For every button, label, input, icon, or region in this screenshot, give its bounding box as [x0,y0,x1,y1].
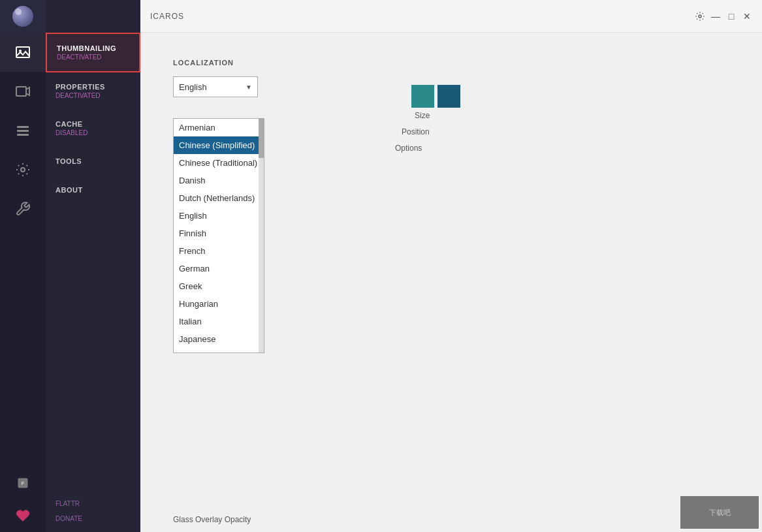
app-logo [0,0,46,33]
form-item-options: Options [395,144,422,153]
logo-circle-icon [12,6,33,27]
glass-overlay-section: Glass Overlay Opacity Dark 10 % Light 50… [173,515,729,532]
lang-german[interactable]: German [174,260,264,277]
close-button[interactable]: ✕ [742,11,752,22]
lang-chinese-traditional[interactable]: Chinese (Traditional) [174,154,264,172]
nav-cache-subtitle: DISABLED [56,129,131,136]
svg-text:F: F [22,480,25,486]
sidebar-item-cache[interactable] [0,111,46,150]
settings-button[interactable] [695,11,705,22]
lang-english[interactable]: English [174,207,264,225]
watermark-text: 下载吧 [709,508,731,518]
svg-rect-0 [16,47,29,57]
sidebar-donate[interactable] [0,499,46,532]
maximize-button[interactable]: □ [726,11,737,22]
nav-item-cache[interactable]: CACHE DISABLED [46,110,140,147]
nav-donate-label[interactable]: DONATE [56,515,131,522]
nav-thumbnailing-subtitle: DEACTIVATED [57,54,129,61]
nav-properties-subtitle: DEACTIVATED [56,92,131,99]
title-bar: ICAROS — □ ✕ [140,0,762,33]
sidebar-item-about[interactable] [0,189,46,228]
dropdown-arrow-icon: ▼ [246,84,252,91]
nav-item-properties[interactable]: PROPERTIES DEACTIVATED [46,72,140,110]
gear-icon [15,162,31,178]
sidebar-bottom: F [0,467,46,532]
color-swatch-darkblue[interactable] [437,85,460,108]
svg-point-7 [21,168,25,172]
wrench-icon [15,201,31,217]
nav-about-title: ABOUT [56,186,131,194]
dropdown-selected-value: English [179,82,207,92]
dropdown-scrollthumb [259,119,264,158]
color-swatch-teal[interactable] [411,85,434,108]
lang-italian[interactable]: Italian [174,313,264,330]
lang-greek[interactable]: Greek [174,277,264,295]
minimize-button[interactable]: — [710,11,721,22]
nav-flattr-label[interactable]: FLATTR [56,500,131,507]
app-title: ICAROS [150,12,184,21]
nav-thumbnailing-title: THUMBNAILING [57,44,129,52]
lang-danish[interactable]: Danish [174,172,264,189]
svg-rect-2 [16,87,26,96]
svg-rect-6 [17,134,29,136]
sidebar-flattr[interactable]: F [0,467,46,499]
lang-dutch[interactable]: Dutch (Netherlands) [174,189,264,207]
image-icon [15,44,31,60]
form-item-size: Size [415,111,430,120]
main-content: ICAROS — □ ✕ LOCALIZATION English ▼ [140,0,762,532]
content-area: LOCALIZATION English ▼ Armenian Chinese … [140,33,762,532]
svg-point-10 [699,15,701,18]
lang-chinese-simplified[interactable]: Chinese (Simplified) [174,136,264,154]
lang-hungarian[interactable]: Hungarian [174,295,264,313]
dropdown-list: Armenian Chinese (Simplified) Chinese (T… [173,118,264,353]
lang-polish[interactable]: Polish [174,348,264,353]
watermark: 下载吧 [680,496,759,529]
flattr-icon: F [16,477,29,490]
lang-finnish[interactable]: Finnish [174,225,264,242]
nav-item-about[interactable]: ABOUT [46,176,140,204]
glass-overlay-title: Glass Overlay Opacity [173,515,729,524]
color-swatches [411,85,460,108]
nav-panel: THUMBNAILING DEACTIVATED PROPERTIES DEAC… [46,0,140,532]
lang-french[interactable]: French [174,242,264,260]
window-controls: — □ ✕ [695,11,752,22]
sidebar-item-tools[interactable] [0,150,46,189]
lang-armenian[interactable]: Armenian [174,119,264,136]
menu-icon [15,123,31,138]
heart-icon [16,509,30,523]
nav-properties-title: PROPERTIES [56,83,131,91]
nav-tools-title: TOOLS [56,157,131,165]
svg-rect-4 [17,126,29,128]
nav-cache-title: CACHE [56,120,131,128]
svg-rect-5 [17,130,29,132]
dropdown-scrollbar[interactable] [259,119,264,353]
dropdown-select[interactable]: English ▼ [173,76,258,97]
sidebar: F [0,0,46,532]
sidebar-item-video[interactable] [0,72,46,111]
nav-item-thumbnailing[interactable]: THUMBNAILING DEACTIVATED [46,33,140,72]
localization-label: LOCALIZATION [173,59,729,67]
svg-marker-3 [26,87,29,95]
form-item-position: Position [402,127,430,136]
sidebar-item-thumbnailing[interactable] [0,33,46,72]
lang-japanese[interactable]: Japanese [174,330,264,348]
nav-item-tools[interactable]: TOOLS [46,147,140,176]
video-icon [15,84,31,99]
language-dropdown[interactable]: English ▼ Armenian Chinese (Simplified) … [173,76,264,332]
